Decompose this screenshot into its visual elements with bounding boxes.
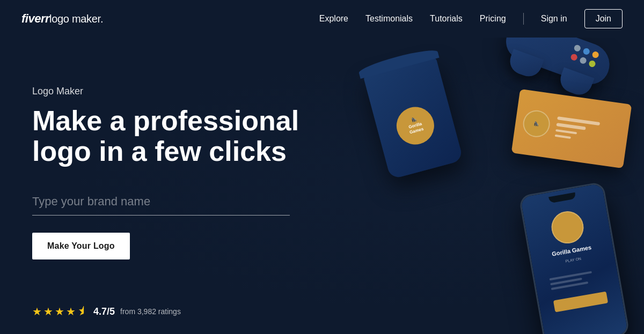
- cup-body: 🦍GorillaGames: [363, 56, 464, 179]
- phone-frame: Gorilla Games PLAY ON: [518, 181, 630, 334]
- cup-lid: [357, 46, 440, 79]
- brand-name-input[interactable]: [32, 188, 290, 216]
- card-line-2: [556, 123, 586, 130]
- product-cup: 🦍GorillaGames: [376, 64, 472, 193]
- rating-count: from 3,982 ratings: [120, 307, 181, 316]
- nav-tutorials[interactable]: Tutorials: [430, 14, 463, 24]
- star-1: ★: [32, 305, 42, 318]
- nav-explore[interactable]: Explore: [319, 14, 348, 24]
- star-2: ★: [43, 305, 53, 318]
- rating-score: 4.7/5: [93, 306, 115, 317]
- brand-name-wrapper: [32, 188, 290, 216]
- hero-title: Make a professional logo in a few clicks: [32, 106, 317, 167]
- star-4: ★: [66, 305, 76, 318]
- hero-eyebrow: Logo Maker: [32, 86, 317, 97]
- phone-cta-bar: [553, 291, 608, 312]
- hero-images: 🦍GorillaGames: [311, 38, 644, 334]
- nav-divider: [523, 13, 524, 25]
- hero-section: Logo Maker Make a professional logo in a…: [0, 38, 644, 334]
- product-controller: [501, 38, 616, 90]
- signin-link[interactable]: Sign in: [541, 14, 567, 24]
- join-button[interactable]: Join: [584, 9, 623, 28]
- product-business-card: 🦍: [511, 89, 632, 168]
- fiverr-brand: fiverr: [21, 12, 49, 26]
- phone-text-lines: [550, 269, 604, 290]
- phone-logo: [549, 209, 587, 246]
- star-5-half: ⯨: [77, 305, 88, 318]
- card-text: [555, 116, 601, 143]
- ratings-section: ★ ★ ★ ★ ⯨ 4.7/5 from 3,982 ratings: [32, 305, 181, 318]
- ctrl-btn-6: [588, 60, 596, 68]
- site-header: fiverr logo maker. Explore Testimonials …: [0, 0, 644, 38]
- star-3: ★: [55, 305, 64, 318]
- nav-testimonials[interactable]: Testimonials: [365, 14, 413, 24]
- logo[interactable]: fiverr logo maker.: [21, 12, 103, 26]
- product-phone: Gorilla Games PLAY ON: [518, 181, 630, 334]
- phone-screen: Gorilla Games PLAY ON: [521, 183, 628, 334]
- controller-grip-right: [557, 67, 594, 98]
- ctrl-btn-1: [573, 44, 581, 52]
- phone-tagline: PLAY ON: [565, 257, 581, 263]
- ctrl-btn-3: [591, 50, 599, 58]
- card-line-4: [555, 135, 571, 139]
- business-card-body: 🦍: [511, 89, 632, 168]
- nav-pricing[interactable]: Pricing: [480, 14, 506, 24]
- main-nav: Explore Testimonials Tutorials Pricing S…: [319, 9, 623, 28]
- ctrl-btn-5: [579, 56, 587, 64]
- ctrl-btn-2: [582, 47, 590, 55]
- card-line-3: [555, 129, 577, 135]
- logo-maker-brand: logo maker.: [49, 13, 103, 25]
- controller-body: [501, 38, 616, 90]
- controller-buttons: [569, 44, 601, 69]
- hero-content: Logo Maker Make a professional logo in a…: [32, 70, 317, 259]
- star-rating: ★ ★ ★ ★ ⯨: [32, 305, 88, 318]
- make-logo-button[interactable]: Make Your Logo: [32, 233, 130, 259]
- cup-logo: 🦍GorillaGames: [392, 103, 438, 149]
- card-logo: 🦍: [521, 109, 551, 139]
- ctrl-btn-4: [570, 53, 578, 61]
- phone-brand: Gorilla Games: [551, 244, 592, 257]
- controller-grip-left: [506, 49, 544, 80]
